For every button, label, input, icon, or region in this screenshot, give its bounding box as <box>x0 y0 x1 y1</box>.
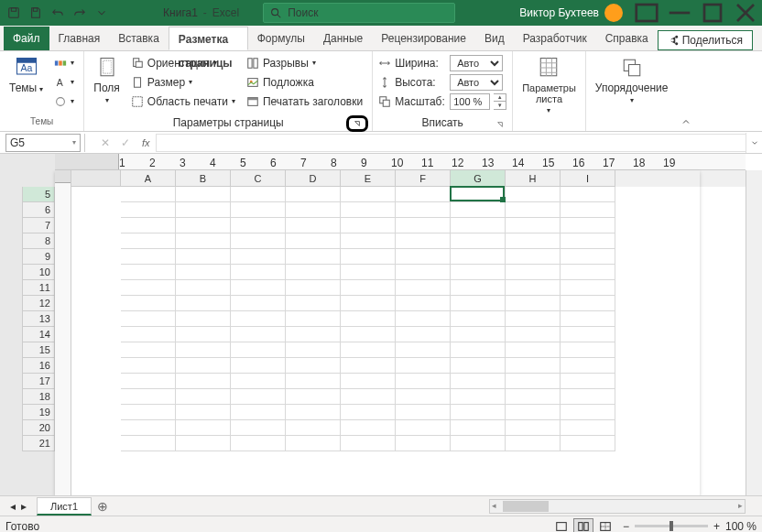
row-header-14[interactable]: 14 <box>22 327 55 342</box>
orientation-button[interactable]: Ориентация ▾ <box>127 53 239 72</box>
cell[interactable] <box>561 436 615 451</box>
cell[interactable] <box>286 249 341 265</box>
fonts-button[interactable]: A▾ <box>50 72 78 92</box>
name-box[interactable]: G5▾ <box>5 134 81 152</box>
cell[interactable] <box>451 327 506 342</box>
cell[interactable] <box>231 187 286 202</box>
tab-insert[interactable]: Вставка <box>109 27 169 50</box>
row-header-15[interactable]: 15 <box>22 342 55 358</box>
cell[interactable] <box>561 358 615 374</box>
user-area[interactable]: Виктор Бухтеев <box>512 4 630 22</box>
row-header-21[interactable]: 21 <box>22 436 55 451</box>
tab-formulas[interactable]: Формулы <box>248 27 314 50</box>
cell[interactable] <box>176 280 231 296</box>
cell[interactable] <box>121 389 176 405</box>
cell[interactable] <box>396 233 451 249</box>
column-headers[interactable]: ABCDEFGHI <box>71 170 746 187</box>
cell[interactable] <box>451 389 506 405</box>
cell[interactable] <box>121 436 176 451</box>
cell[interactable] <box>121 233 176 249</box>
cell[interactable] <box>121 405 176 420</box>
cell[interactable] <box>506 342 561 358</box>
ribbon-display-icon[interactable] <box>630 0 663 26</box>
cell[interactable] <box>231 420 286 436</box>
cell[interactable] <box>286 202 341 218</box>
cell[interactable] <box>396 249 451 265</box>
col-header-B[interactable]: B <box>176 170 231 187</box>
cell[interactable] <box>286 311 341 327</box>
row-header-13[interactable]: 13 <box>22 311 55 327</box>
tab-page-layout[interactable]: Разметка страницы <box>169 27 248 50</box>
cell[interactable] <box>506 202 561 218</box>
cell[interactable] <box>506 218 561 233</box>
tab-view[interactable]: Вид <box>475 27 514 50</box>
breaks-button[interactable]: Разрывы ▾ <box>243 53 366 72</box>
col-header-F[interactable]: F <box>396 170 451 187</box>
cell[interactable] <box>341 233 396 249</box>
cell[interactable] <box>341 311 396 327</box>
cell[interactable] <box>506 187 561 202</box>
cell[interactable] <box>506 265 561 280</box>
cancel-formula-icon[interactable]: ✕ <box>96 134 114 152</box>
cell[interactable] <box>231 311 286 327</box>
tab-nav[interactable]: ◂▸ <box>0 500 37 513</box>
share-button[interactable]: Поделиться <box>658 30 753 50</box>
cell[interactable] <box>341 327 396 342</box>
col-header-C[interactable]: C <box>231 170 286 187</box>
cell[interactable] <box>176 296 231 311</box>
cell[interactable] <box>231 327 286 342</box>
cell[interactable] <box>396 327 451 342</box>
zoom-control[interactable]: − + 100 % <box>623 520 757 533</box>
cell[interactable] <box>396 389 451 405</box>
cell[interactable] <box>396 296 451 311</box>
row-header-12[interactable]: 12 <box>22 296 55 311</box>
cell[interactable] <box>121 265 176 280</box>
cell[interactable] <box>396 265 451 280</box>
size-button[interactable]: Размер ▾ <box>127 72 239 92</box>
cell[interactable] <box>396 218 451 233</box>
cell[interactable] <box>176 249 231 265</box>
cell[interactable] <box>561 218 615 233</box>
row-header-6[interactable]: 6 <box>22 202 55 218</box>
cell[interactable] <box>396 342 451 358</box>
cell[interactable] <box>506 374 561 389</box>
margins-button[interactable]: Поля▾ <box>90 53 124 108</box>
cell[interactable] <box>451 187 506 202</box>
vertical-ruler[interactable] <box>55 170 71 495</box>
cell[interactable] <box>506 436 561 451</box>
cell[interactable] <box>506 311 561 327</box>
cell[interactable] <box>176 311 231 327</box>
cell[interactable] <box>176 389 231 405</box>
cell[interactable] <box>231 405 286 420</box>
row-header-16[interactable]: 16 <box>22 358 55 374</box>
cell[interactable] <box>121 311 176 327</box>
cell[interactable] <box>506 233 561 249</box>
cell[interactable] <box>396 358 451 374</box>
row-header-19[interactable]: 19 <box>22 405 55 420</box>
scale-spinner[interactable]: ▲▼ <box>494 93 506 110</box>
arrange-button[interactable]: Упорядочение▾ <box>592 53 672 108</box>
cell[interactable] <box>341 187 396 202</box>
cell[interactable] <box>231 218 286 233</box>
cell[interactable] <box>451 202 506 218</box>
cell[interactable] <box>561 296 615 311</box>
view-page-layout-icon[interactable] <box>573 518 593 533</box>
cell[interactable] <box>451 342 506 358</box>
cell[interactable] <box>286 218 341 233</box>
cell[interactable] <box>176 405 231 420</box>
cell[interactable] <box>286 342 341 358</box>
col-header-G[interactable]: G <box>451 170 506 187</box>
cell[interactable] <box>231 358 286 374</box>
cell[interactable] <box>451 420 506 436</box>
cell[interactable] <box>286 405 341 420</box>
cell[interactable] <box>121 342 176 358</box>
cell[interactable] <box>451 374 506 389</box>
minimize-button[interactable] <box>663 0 696 26</box>
cell[interactable] <box>176 218 231 233</box>
cell[interactable] <box>121 327 176 342</box>
search-box[interactable]: Поиск <box>263 3 455 23</box>
col-header-A[interactable]: A <box>121 170 176 187</box>
cell[interactable] <box>561 280 615 296</box>
cell[interactable] <box>396 405 451 420</box>
tab-developer[interactable]: Разработчик <box>514 27 596 50</box>
